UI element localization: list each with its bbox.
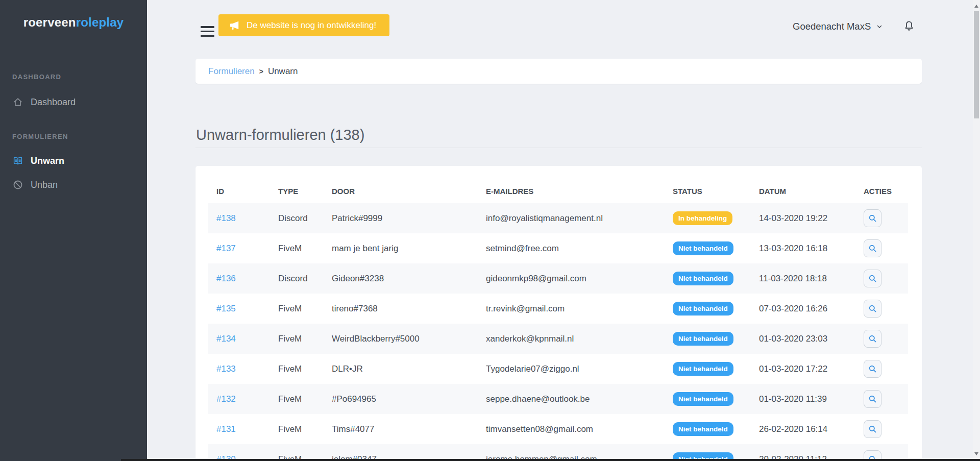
form-id-link[interactable]: #137 [216,244,236,253]
form-email: seppe.dhaene@outlook.be [478,384,665,414]
app-logo[interactable]: roerveenroleplay [0,15,147,30]
menu-icon[interactable] [201,26,214,37]
form-door: Tims#4077 [324,414,478,444]
form-door: tireno#7368 [324,294,478,324]
view-form-button[interactable] [864,420,881,438]
form-door: Gideon#3238 [324,263,478,294]
sidebar-item-unban[interactable]: Unban [0,177,147,192]
form-id-link[interactable]: #134 [216,334,236,344]
view-form-button[interactable] [864,360,881,378]
form-type: FiveM [270,294,324,324]
form-email: Tygodelarie07@ziggo.nl [478,354,665,384]
search-icon [868,244,877,253]
form-door: Patrick#9999 [324,203,478,233]
form-datum: 01-03-2020 11:39 [751,384,855,414]
user-menu[interactable]: Goedenacht MaxS [793,20,883,33]
breadcrumb-separator: > [259,67,263,76]
breadcrumb-link-formulieren[interactable]: Formulieren [208,66,255,77]
table-row: #134 FiveM WeirdBlackberry#5000 xanderko… [208,324,908,354]
sidebar-item-label: Unban [31,180,58,190]
search-icon [868,425,877,433]
table-row: #135 FiveM tireno#7368 tr.revink@gmail.c… [208,294,908,324]
sidebar-item-label: Unwarn [31,156,64,166]
form-door: WeirdBlackberry#5000 [324,324,478,354]
form-email: info@royalistiqmanagement.nl [478,203,665,233]
form-type: FiveM [270,233,324,263]
page-title: Unwarn-formulieren (138) [196,127,364,143]
home-icon [12,96,23,108]
table-row: #138 Discord Patrick#9999 info@royalisti… [208,203,908,233]
chevron-down-icon [876,23,883,30]
open-book-icon [12,155,23,166]
search-icon [868,304,877,313]
sidebar-item-unwarn[interactable]: Unwarn [0,153,147,168]
status-badge: Niet behandeld [673,362,733,376]
scroll-up-arrow-icon[interactable] [974,5,978,8]
table-body: #138 Discord Patrick#9999 info@royalisti… [208,203,908,461]
table-header-row: IDTYPEDOORE-MAILDRESSTATUSDATUMACTIES [208,179,908,203]
form-email: timvansetten08@gmail.com [478,414,665,444]
search-icon [868,214,877,223]
vertical-scrollbar[interactable] [973,0,980,461]
sidebar-section-formulieren: FORMULIEREN [12,133,68,140]
table-row: #137 FiveM mam je bent jarig setmind@fre… [208,233,908,263]
scroll-down-arrow-icon[interactable] [974,452,978,455]
form-id-link[interactable]: #138 [216,213,236,223]
form-email: tr.revink@gmail.com [478,294,665,324]
view-form-button[interactable] [864,330,881,348]
form-datum: 13-03-2020 16:18 [751,233,855,263]
column-header-acties: ACTIES [855,179,908,203]
status-badge: In behandeling [673,211,732,225]
form-type: FiveM [270,354,324,384]
announcement-banner: De website is nog in ontwikkeling! [218,14,389,36]
view-form-button[interactable] [864,300,881,318]
search-icon [868,274,877,283]
status-badge: Niet behandeld [673,272,733,285]
sidebar: roerveenroleplay DASHBOARD Dashboard FOR… [0,0,147,461]
logo-part-1: roerveen [23,15,76,29]
status-badge: Niet behandeld [673,241,733,255]
form-datum: 01-03-2020 17:22 [751,354,855,384]
form-id-link[interactable]: #132 [216,394,236,404]
form-id-link[interactable]: #136 [216,274,236,283]
status-badge: Niet behandeld [673,332,733,346]
form-type: FiveM [270,414,324,444]
table-row: #133 FiveM DLR•JR Tygodelarie07@ziggo.nl… [208,354,908,384]
sidebar-item-dashboard[interactable]: Dashboard [0,94,147,110]
table-row: #136 Discord Gideon#3238 gideonmkp98@gma… [208,263,908,294]
form-id-link[interactable]: #135 [216,304,236,313]
form-datum: 11-03-2020 18:18 [751,263,855,294]
form-type: FiveM [270,324,324,354]
column-header-e-maildres: E-MAILDRES [478,179,665,203]
sidebar-section-dashboard: DASHBOARD [12,73,61,81]
table-row: #132 FiveM #Po694965 seppe.dhaene@outloo… [208,384,908,414]
horizontal-scrollbar-thumb[interactable] [121,459,980,461]
logo-part-2: roleplay [76,15,124,29]
form-type: Discord [270,263,324,294]
ban-icon [12,179,23,190]
view-form-button[interactable] [864,239,881,257]
bell-icon[interactable] [902,20,916,33]
status-badge: Niet behandeld [673,422,733,436]
status-badge: Niet behandeld [673,392,733,406]
status-badge: Niet behandeld [673,302,733,316]
search-icon [868,395,877,403]
form-door: DLR•JR [324,354,478,384]
view-form-button[interactable] [864,209,881,227]
search-icon [868,334,877,343]
form-email: xanderkok@kpnmail.nl [478,324,665,354]
vertical-scrollbar-thumb[interactable] [974,11,979,118]
breadcrumb-current: Unwarn [268,66,298,77]
form-type: Discord [270,203,324,233]
view-form-button[interactable] [864,270,881,287]
form-email: gideonmkp98@gmail.com [478,263,665,294]
form-type: FiveM [270,384,324,414]
form-id-link[interactable]: #133 [216,364,236,374]
search-icon [868,365,877,373]
view-form-button[interactable] [864,390,881,408]
column-header-id: ID [208,179,270,203]
form-id-link[interactable]: #131 [216,424,236,434]
title-divider [195,148,922,148]
greeting-text: Goedenacht MaxS [793,21,871,32]
form-datum: 07-03-2020 16:26 [751,294,855,324]
